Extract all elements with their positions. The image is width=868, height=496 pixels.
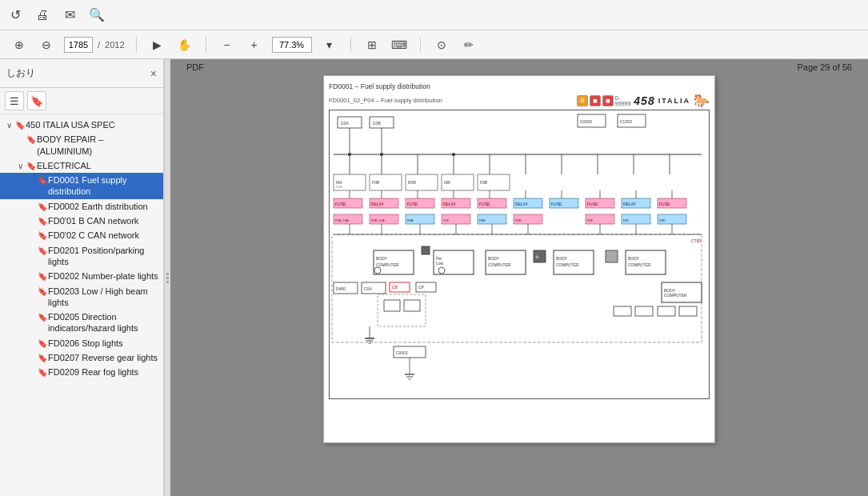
tree-item-fd0201[interactable]: 🔖 FD0201 Position/parking lights	[0, 243, 163, 270]
car-model-logo: 458	[634, 94, 654, 107]
prancing-horse-icon: 🐎	[694, 93, 710, 108]
svg-text:F0B_15A: F0B_15A	[371, 218, 385, 222]
icon-yellow: ⚙	[577, 95, 588, 106]
tree-toggle-fd0002	[26, 202, 37, 212]
tree-item-fd0002[interactable]: 🔖 FD0002 Earth distribution	[0, 199, 163, 214]
bookmark-icon-fd0001: 🔖	[37, 175, 48, 186]
email-icon[interactable]: ✉	[61, 6, 78, 24]
tree-toggle-fd0205	[26, 312, 37, 322]
svg-text:FUSE: FUSE	[659, 202, 670, 206]
zoom-input[interactable]	[272, 37, 312, 53]
svg-text:R0D: R0D	[659, 218, 666, 222]
list-tool-icon[interactable]: ☰	[5, 91, 24, 110]
tree-item-fd0202[interactable]: 🔖 FD0202 Number-plate lights	[0, 269, 163, 283]
bookmark-icon-fd001b: 🔖	[37, 216, 48, 226]
svg-text:FUSE: FUSE	[479, 202, 490, 206]
page-nav-group: / 2012	[64, 37, 125, 53]
search-icon[interactable]: 🔍	[88, 6, 106, 24]
tree-item-fd0206[interactable]: 🔖 FD0206 Stop lights	[0, 336, 163, 350]
sidebar-close-button[interactable]: ×	[150, 67, 157, 80]
bookmark-icon-fd0209: 🔖	[37, 367, 48, 378]
bookmark-icon-fd0201: 🔖	[37, 246, 48, 256]
top-toolbar: ↺ 🖨 ✉ 🔍	[0, 0, 868, 30]
svg-text:I0B: I0B	[444, 180, 450, 185]
svg-rect-77	[422, 246, 430, 254]
svg-text:RELAY: RELAY	[443, 202, 457, 206]
svg-text:RELAY: RELAY	[623, 202, 637, 206]
tree-item-fd0203[interactable]: 🔖 FD0203 Low / High beam lights	[0, 284, 163, 310]
tree-item-electrical[interactable]: ∨ 🔖 ELECTRICAL	[0, 158, 163, 173]
page-number-input[interactable]	[64, 37, 93, 53]
svg-text:C1003: C1003	[620, 119, 632, 124]
svg-text:COMPUTER: COMPUTER	[488, 262, 511, 267]
resize-dots	[166, 273, 169, 283]
bookmark-icon-body: 🔖	[26, 134, 37, 145]
bookmark-icon-fd0206: 🔖	[37, 338, 48, 349]
zoom-out-icon[interactable]: −	[218, 35, 237, 54]
tree-item-fd0209[interactable]: 🔖 FD0209 Rear fog lights	[0, 365, 163, 379]
tree-toggle-fd0001	[26, 175, 37, 186]
tree-toggle-fd0201	[26, 246, 37, 256]
tree-item-fd0001[interactable]: 🔖 FD0001 Fuel supply distribution	[0, 173, 163, 199]
tree-toggle-fd0207	[26, 353, 37, 363]
tree-label-fd0001: FD0001 Fuel supply distribution	[48, 174, 160, 198]
svg-text:R0B: R0B	[408, 180, 416, 185]
page-total: 2012	[105, 40, 124, 50]
tree-item-fd0207[interactable]: 🔖 FD0207 Reverse gear lights	[0, 350, 163, 365]
print-icon[interactable]: 🖨	[34, 6, 51, 24]
refresh-icon[interactable]: ↺	[6, 6, 24, 24]
svg-text:F0D: F0D	[515, 218, 522, 222]
main-area: しおり × ☰ 🔖 ∨ 🔖 450 ITALIA USA SPEC 🔖 BODY…	[0, 59, 868, 496]
icon-red: ◼	[590, 95, 601, 106]
cursor-tool-icon[interactable]: ▶	[148, 35, 167, 54]
svg-text:COMPUTER: COMPUTER	[556, 262, 579, 267]
tree-label-fd001b: FD0'01 B CAN network	[48, 215, 160, 226]
tree-label-fd0202: FD0202 Number-plate lights	[48, 270, 160, 282]
keyboard-icon[interactable]: ⌨	[390, 35, 409, 54]
bookmark-icon-fd0203: 🔖	[37, 286, 48, 297]
hand-tool-icon[interactable]: ✋	[175, 35, 194, 54]
pdf-toolbar-left: ⊕ ⊖ / 2012 ▶ ✋ − + ▾ ⊞ ⌨ ⊙ ✏	[10, 35, 478, 54]
pen-icon[interactable]: ✏	[459, 35, 478, 54]
tree-item-body-repair[interactable]: 🔖 BODY REPAIR – (ALUMINIUM)	[0, 132, 163, 158]
snapshot-icon[interactable]: ⊙	[432, 35, 451, 54]
svg-text:RELAY: RELAY	[515, 202, 529, 206]
spec-range: 0-99999	[615, 95, 630, 106]
svg-text:R0B: R0B	[479, 218, 486, 222]
tree-toggle-fd001c	[26, 230, 37, 241]
tree-item-fd001b[interactable]: 🔖 FD0'01 B CAN network	[0, 214, 163, 228]
zoom-in-icon[interactable]: +	[245, 35, 264, 54]
tree-label-fd0205: FD0205 Direction indicators/hazard light…	[48, 311, 160, 334]
svg-text:BODY: BODY	[628, 256, 640, 261]
car-model-text: ITALIA	[658, 97, 690, 105]
wiring-diagram-svg: C0A C0B C0003 C1003	[330, 110, 706, 398]
zoom-dropdown-icon[interactable]: ▾	[320, 35, 339, 54]
tree-item-fd001c[interactable]: 🔖 FD0'02 C CAN network	[0, 228, 163, 242]
svg-text:FUSE: FUSE	[551, 202, 562, 206]
resize-handle[interactable]	[164, 59, 170, 496]
upload-icon[interactable]: ⊕	[10, 35, 29, 54]
icon-red2: ◼	[602, 95, 614, 106]
svg-text:R0A: R0A	[407, 218, 414, 222]
tree-label-root: 450 ITALIA USA SPEC	[26, 119, 160, 130]
tree-toggle-elec[interactable]: ∨	[14, 161, 26, 171]
pdf-toolbar: ⊕ ⊖ / 2012 ▶ ✋ − + ▾ ⊞ ⌨ ⊙ ✏	[0, 30, 868, 59]
svg-text:F0B: F0B	[372, 180, 380, 185]
bookmark-tool-icon[interactable]: 🔖	[27, 91, 46, 110]
svg-text:C0A: C0A	[341, 121, 349, 126]
svg-text:C0003: C0003	[580, 119, 592, 124]
sidebar-title: しおり	[6, 66, 35, 80]
tree-item-root[interactable]: ∨ 🔖 450 ITALIA USA SPEC	[0, 118, 163, 132]
svg-text:F0A_10A: F0A_10A	[335, 218, 349, 222]
pdf-label: PDF	[186, 62, 204, 72]
svg-text:F0B: F0B	[480, 180, 488, 185]
svg-text:F0C: F0C	[443, 218, 450, 222]
svg-text:CB: CB	[392, 285, 398, 290]
tree-item-fd0205[interactable]: 🔖 FD0205 Direction indicators/hazard lig…	[0, 310, 163, 336]
bookmark-icon-fd0002: 🔖	[37, 202, 48, 212]
svg-point-143	[380, 153, 383, 156]
download-icon[interactable]: ⊖	[37, 35, 56, 54]
tree-toggle-root[interactable]: ∨	[3, 120, 14, 130]
bookmark-icon-fd0207: 🔖	[37, 353, 48, 363]
grid-icon[interactable]: ⊞	[362, 35, 382, 54]
